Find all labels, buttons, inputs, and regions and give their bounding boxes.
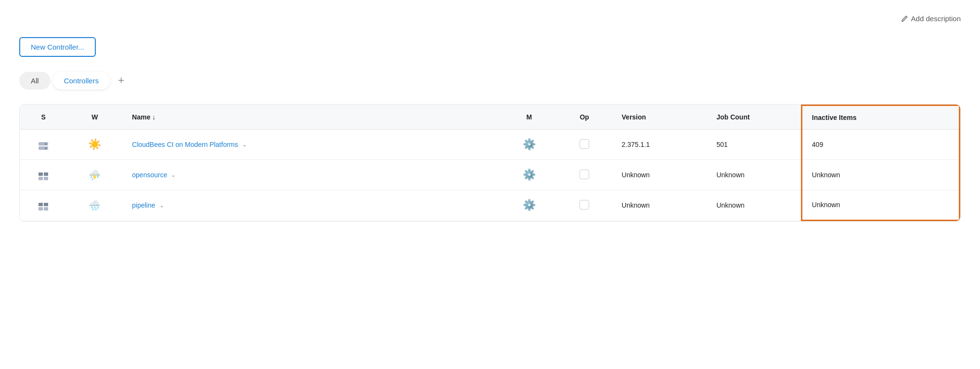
controller-link-3[interactable]: pipeline ⌄ — [132, 201, 492, 209]
cell-version-2: Unknown — [612, 160, 707, 190]
add-description-button[interactable]: Add description — [901, 14, 961, 23]
op-checkbox-2[interactable] — [580, 170, 589, 179]
chevron-down-icon: ⌄ — [242, 141, 247, 148]
cell-name-1: CloudBees CI on Modern Platforms ⌄ — [122, 130, 502, 160]
controller-name-3: pipeline — [132, 201, 155, 209]
stacked-server-icon — [39, 172, 48, 180]
cell-jobcount-3: Unknown — [707, 190, 801, 221]
cell-w-3: 🌧️ — [67, 190, 122, 221]
op-checkbox-3[interactable] — [580, 200, 589, 210]
cell-s-1 — [20, 130, 67, 160]
cell-name-2: opensource ⌄ — [122, 160, 502, 190]
col-header-op: Op — [557, 105, 612, 130]
cell-version-1: 2.375.1.1 — [612, 130, 707, 160]
controller-link-2[interactable]: opensource ⌄ — [132, 171, 492, 179]
gear-icon-2[interactable]: ⚙️ — [523, 169, 536, 181]
stacked-server-icon-3 — [39, 203, 48, 211]
col-header-jobcount: Job Count — [707, 105, 801, 130]
cell-name-3: pipeline ⌄ — [122, 190, 502, 221]
gear-icon-1[interactable]: ⚙️ — [523, 138, 536, 150]
cell-s-3 — [20, 190, 67, 221]
cloud-rain-icon: 🌧️ — [89, 200, 101, 211]
tab-controllers[interactable]: Controllers — [52, 72, 111, 90]
server-icon — [39, 142, 48, 150]
tab-all[interactable]: All — [19, 72, 51, 90]
cell-op-3 — [557, 190, 612, 221]
cloud-lightning-icon: ⛈️ — [89, 170, 101, 180]
cell-op-1 — [557, 130, 612, 160]
cell-inactive-3: Unknown — [801, 190, 959, 221]
col-header-inactive: Inactive Items — [801, 105, 959, 130]
controllers-table: S W Name ↓ M Op Version Job Count Inacti… — [19, 104, 961, 222]
op-checkbox-1[interactable] — [580, 139, 589, 149]
cell-inactive-1: 409 — [801, 130, 959, 160]
controller-name-2: opensource — [132, 171, 167, 179]
col-header-s: S — [20, 105, 67, 130]
cell-s-2 — [20, 160, 67, 190]
cell-w-1: ☀️ — [67, 130, 122, 160]
cell-jobcount-1: 501 — [707, 130, 801, 160]
cell-version-3: Unknown — [612, 190, 707, 221]
top-bar: Add description — [19, 14, 961, 23]
pencil-icon — [901, 15, 908, 23]
tabs-row: All Controllers + — [19, 71, 961, 90]
cell-m-1: ⚙️ — [502, 130, 557, 160]
col-header-w: W — [67, 105, 122, 130]
cell-w-2: ⛈️ — [67, 160, 122, 190]
table-row: 🌧️ pipeline ⌄ ⚙️ Unknown — [20, 190, 960, 221]
new-controller-button[interactable]: New Controller... — [19, 37, 96, 57]
chevron-down-icon: ⌄ — [159, 202, 164, 209]
cell-inactive-2: Unknown — [801, 160, 959, 190]
tab-add-button[interactable]: + — [112, 71, 130, 90]
cell-m-3: ⚙️ — [502, 190, 557, 221]
sun-icon: ☀️ — [88, 138, 101, 150]
table-row: ⛈️ opensource ⌄ ⚙️ Unknown — [20, 160, 960, 190]
col-header-m: M — [502, 105, 557, 130]
add-description-label: Add description — [911, 14, 961, 23]
cell-jobcount-2: Unknown — [707, 160, 801, 190]
table-row: ☀️ CloudBees CI on Modern Platforms ⌄ ⚙️ — [20, 130, 960, 160]
cell-op-2 — [557, 160, 612, 190]
gear-icon-3[interactable]: ⚙️ — [523, 199, 536, 211]
controller-link-1[interactable]: CloudBees CI on Modern Platforms ⌄ — [132, 141, 492, 148]
col-header-name: Name ↓ — [122, 105, 502, 130]
table-header-row: S W Name ↓ M Op Version Job Count Inacti… — [20, 105, 960, 130]
col-header-version: Version — [612, 105, 707, 130]
controller-name-1: CloudBees CI on Modern Platforms — [132, 141, 238, 148]
chevron-down-icon: ⌄ — [171, 171, 176, 178]
page: Add description New Controller... All Co… — [0, 0, 980, 369]
cell-m-2: ⚙️ — [502, 160, 557, 190]
